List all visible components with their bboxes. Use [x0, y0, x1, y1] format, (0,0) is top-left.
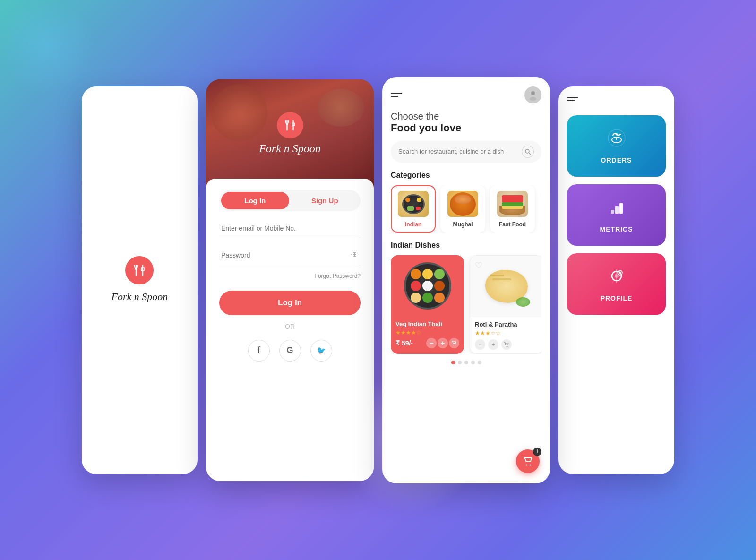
dishes-title: Indian Dishes [391, 241, 541, 250]
login-button[interactable]: Log In [219, 291, 361, 315]
login-header: Fork n Spoon [206, 79, 374, 188]
dish-roti-image: ♡ [470, 256, 541, 317]
menu-icon[interactable] [391, 93, 402, 97]
category-indian[interactable]: Indian [391, 185, 436, 233]
dish-roti-name: Roti & Paratha [475, 321, 538, 328]
twitter-login-button[interactable]: 🐦 [310, 340, 332, 362]
dish-card-thali[interactable]: ♥ Veg Indian Thali ★★★★ [391, 255, 464, 354]
profile-label: PROFILE [601, 294, 633, 302]
roti-add-btn[interactable]: + [488, 339, 498, 350]
login-logo-icon [277, 112, 303, 138]
category-fastfood[interactable]: Fast Food [490, 185, 535, 233]
categories-title: Categories [391, 171, 541, 180]
login-tab[interactable]: Log In [221, 192, 289, 209]
svg-point-11 [507, 346, 508, 347]
dot-2 [458, 361, 462, 364]
roti-cart-btn[interactable] [501, 339, 512, 350]
svg-rect-18 [611, 210, 614, 214]
subtract-icon[interactable]: − [426, 338, 437, 348]
headline-line2: Food you love [391, 122, 541, 134]
dish-thali-stars: ★★★★☆ [395, 329, 459, 336]
login-header-content: Fork n Spoon [259, 112, 321, 155]
dish-thali-add-btn[interactable]: − + [426, 338, 459, 348]
home-topbar [391, 86, 541, 103]
svg-point-9 [455, 345, 456, 345]
app-logo-icon [125, 256, 154, 284]
dot-3 [464, 361, 468, 364]
dish-thali-info: Veg Indian Thali ★★★★☆ ₹ 59/- − + [391, 317, 464, 352]
svg-point-13 [530, 464, 531, 465]
category-mughal-label: Mughal [453, 221, 473, 228]
profile-card[interactable]: PROFILE [567, 253, 666, 315]
orders-icon [606, 128, 627, 153]
categories-row: Indian Mughal [391, 185, 541, 233]
metrics-icon [606, 197, 627, 222]
carousel-dots [391, 361, 541, 364]
svg-point-17 [615, 133, 618, 136]
category-mughal[interactable]: Mughal [440, 185, 485, 233]
svg-rect-20 [619, 203, 623, 214]
login-body: Log In Sign Up 👁 Forgot Password? Log In… [206, 179, 374, 481]
metrics-card[interactable]: METRICS [567, 184, 666, 246]
email-field-wrapper [219, 219, 361, 238]
svg-rect-19 [615, 206, 619, 214]
dish-thali-name: Veg Indian Thali [395, 320, 459, 327]
cart-add-icon[interactable] [449, 338, 459, 348]
search-icon[interactable] [522, 146, 534, 158]
add-icon[interactable]: + [438, 338, 448, 348]
search-bar [391, 141, 541, 163]
cart-fab-button[interactable]: 1 [516, 449, 540, 473]
dashboard-topbar [567, 97, 666, 101]
svg-point-12 [526, 464, 527, 465]
svg-point-6 [525, 149, 529, 153]
category-indian-label: Indian [405, 221, 421, 228]
dot-1 [451, 361, 455, 364]
google-login-button[interactable]: G [279, 340, 301, 362]
dish-roti-info: Roti & Paratha ★★★☆☆ − + [470, 317, 541, 353]
signup-tab[interactable]: Sign Up [291, 192, 359, 209]
dish-thali-price-row: ₹ 59/- − + [395, 338, 459, 348]
category-fastfood-image [497, 190, 528, 218]
screen-dashboard: ORDERS METRICS [558, 86, 674, 474]
facebook-login-button[interactable]: f [248, 340, 270, 362]
svg-point-5 [530, 97, 536, 101]
dish-thali-heart[interactable]: ♥ [395, 260, 401, 270]
dot-5 [478, 361, 481, 364]
roti-subtract-btn[interactable]: − [475, 339, 485, 350]
dish-roti-stars: ★★★☆☆ [475, 330, 538, 336]
password-field-wrapper: 👁 [219, 246, 361, 265]
svg-point-8 [453, 345, 454, 345]
user-avatar[interactable] [524, 86, 541, 103]
cart-badge: 1 [533, 448, 541, 456]
dot-4 [471, 361, 475, 364]
screen-splash: Fork n Spoon [82, 86, 198, 474]
home-headline: Choose the Food you love [391, 111, 541, 134]
splash-app-name: Fork n Spoon [112, 290, 168, 304]
dishes-row: ♥ Veg Indian Thali ★★★★ [391, 255, 541, 354]
password-input[interactable] [219, 246, 361, 265]
dish-card-roti[interactable]: ♡ Roti & Paratha ★★★☆☆ [470, 255, 541, 354]
search-input[interactable] [398, 148, 518, 155]
category-indian-image [398, 190, 429, 218]
svg-point-4 [531, 91, 535, 95]
auth-tab-row: Log In Sign Up [219, 190, 361, 211]
login-app-title: Fork n Spoon [259, 142, 321, 155]
dashboard-menu-icon[interactable] [567, 97, 666, 101]
orders-card[interactable]: ORDERS [567, 115, 666, 177]
google-icon: G [286, 345, 293, 355]
forgot-password-link[interactable]: Forgot Password? [219, 273, 361, 279]
svg-line-7 [529, 153, 531, 155]
dish-thali-price: ₹ 59/- [395, 339, 413, 347]
facebook-icon: f [257, 345, 260, 356]
category-mughal-image [447, 190, 478, 218]
screen-home: Choose the Food you love Categories [382, 77, 550, 483]
headline-line1: Choose the [391, 111, 541, 122]
dashboard-icons-column: ORDERS METRICS [567, 115, 666, 315]
twitter-icon: 🐦 [317, 346, 326, 355]
splash-logo: Fork n Spoon [112, 256, 168, 304]
screen-login: Fork n Spoon Log In Sign Up 👁 Forgot Pas… [206, 79, 374, 481]
profile-icon [606, 266, 627, 291]
email-input[interactable] [219, 219, 361, 238]
category-fastfood-label: Fast Food [499, 221, 526, 228]
eye-icon[interactable]: 👁 [351, 251, 359, 259]
